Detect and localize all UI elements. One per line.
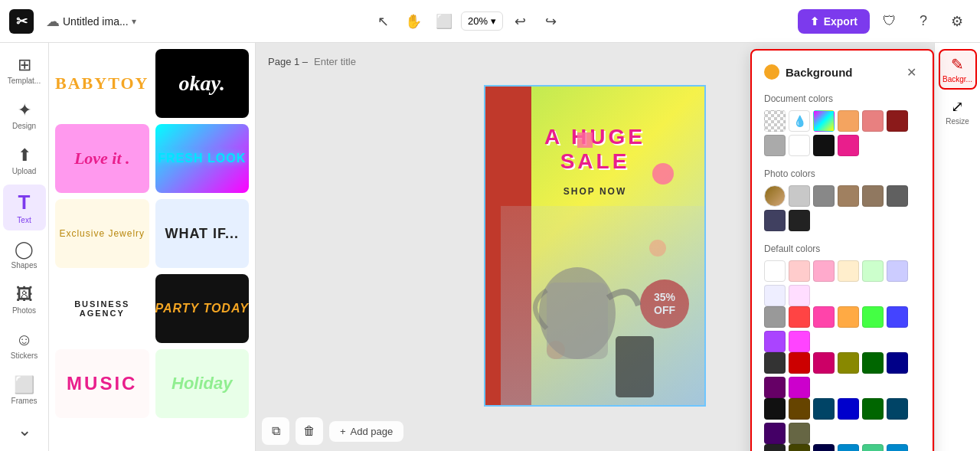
- default-color-swatch[interactable]: [862, 444, 884, 451]
- photo-color-darkblue[interactable]: [764, 210, 786, 231]
- default-color-swatch[interactable]: [862, 352, 884, 374]
- default-color-swatch[interactable]: [838, 260, 859, 282]
- default-color-swatch[interactable]: [813, 444, 835, 451]
- template-babytoy[interactable]: BABYTOY: [55, 49, 149, 118]
- default-color-swatch[interactable]: [789, 260, 810, 282]
- default-color-swatch[interactable]: [862, 260, 884, 282]
- sidebar-item-templates[interactable]: ⊞ Templat...: [3, 49, 46, 91]
- color-rainbow[interactable]: [813, 110, 835, 132]
- photo-color-darkgray[interactable]: [887, 185, 908, 207]
- app-logo[interactable]: ✂: [9, 9, 34, 34]
- default-color-swatch[interactable]: [789, 306, 810, 328]
- sidebar-item-frames[interactable]: ⬜ Frames: [3, 369, 46, 411]
- pointer-tool-button[interactable]: ↖: [369, 8, 397, 35]
- export-button[interactable]: ⬆ Export: [798, 9, 870, 34]
- default-color-swatch[interactable]: [887, 306, 908, 328]
- default-color-swatch[interactable]: [764, 444, 786, 451]
- hand-tool-button[interactable]: ✋: [400, 8, 427, 35]
- photo-color-lightgray[interactable]: [789, 185, 810, 207]
- photo-color-tan[interactable]: [838, 185, 859, 207]
- color-gray[interactable]: [764, 135, 786, 156]
- default-color-swatch[interactable]: [813, 398, 835, 420]
- duplicate-page-button[interactable]: ⧉: [262, 417, 289, 445]
- photo-color-nearblack[interactable]: [789, 210, 810, 231]
- settings-button[interactable]: ⚙: [943, 8, 971, 35]
- default-color-swatch[interactable]: [764, 352, 786, 374]
- photo-thumbnail[interactable]: [764, 185, 786, 207]
- shapes-icon: ◯: [15, 240, 34, 260]
- default-color-swatch[interactable]: [887, 260, 908, 282]
- file-section: ☁ Untitled ima... ▾: [46, 13, 136, 30]
- default-color-swatch[interactable]: [862, 306, 884, 328]
- default-color-swatch[interactable]: [813, 260, 835, 282]
- default-color-swatch[interactable]: [789, 352, 810, 374]
- sidebar-item-shapes[interactable]: ◯ Shapes: [3, 234, 46, 276]
- redo-button[interactable]: ↪: [537, 8, 564, 35]
- default-color-swatch[interactable]: [764, 260, 786, 282]
- color-black[interactable]: [813, 135, 835, 156]
- default-color-swatch[interactable]: [813, 352, 835, 374]
- color-salmon[interactable]: [838, 110, 859, 132]
- template-okay[interactable]: okay.: [155, 49, 250, 118]
- toolbar-right-tools: ⬆ Export 🛡 ? ⚙: [798, 8, 971, 35]
- photo-color-gray[interactable]: [813, 185, 835, 207]
- template-loveit[interactable]: Love it .: [55, 124, 149, 193]
- default-color-swatch[interactable]: [838, 352, 859, 374]
- default-color-swatch[interactable]: [789, 377, 810, 398]
- canvas-sale-text: A HUGE SALE: [518, 125, 671, 174]
- template-holiday[interactable]: Holiday: [155, 349, 250, 418]
- panel-color-dot: [764, 64, 779, 80]
- default-color-swatch[interactable]: [789, 285, 810, 306]
- panel-close-button[interactable]: ✕: [902, 63, 920, 81]
- sidebar-item-more[interactable]: ⌄: [3, 414, 46, 446]
- default-color-swatch[interactable]: [789, 423, 810, 444]
- template-music[interactable]: MUSIC: [55, 349, 149, 418]
- default-color-swatch[interactable]: [764, 306, 786, 328]
- color-eyedropper[interactable]: 💧: [789, 110, 810, 132]
- sidebar-item-design[interactable]: ✦ Design: [3, 94, 46, 136]
- sidebar-item-photos[interactable]: 🖼 Photos: [3, 279, 46, 321]
- default-color-swatch[interactable]: [764, 331, 786, 352]
- template-party-today[interactable]: PARTY TODAY: [155, 274, 250, 343]
- sidebar-item-upload[interactable]: ⬆ Upload: [3, 139, 46, 181]
- template-whatif[interactable]: WHAT IF...: [155, 199, 250, 268]
- color-darkred[interactable]: [887, 110, 908, 132]
- undo-button[interactable]: ↩: [506, 8, 534, 35]
- default-color-swatch[interactable]: [862, 398, 884, 420]
- delete-page-button[interactable]: 🗑: [296, 417, 323, 445]
- default-color-swatch[interactable]: [764, 398, 786, 420]
- default-color-swatch[interactable]: [813, 306, 835, 328]
- page-title-input[interactable]: [314, 56, 443, 67]
- default-color-swatch[interactable]: [887, 352, 908, 374]
- design-canvas[interactable]: A HUGE SALE SHOP NOW 35% OFF: [484, 85, 706, 407]
- shield-icon-button[interactable]: 🛡: [876, 8, 903, 35]
- right-icon-background[interactable]: ✎ Backgr...: [939, 49, 977, 90]
- template-business-agency[interactable]: BUSINESS AGENCY: [55, 274, 149, 343]
- frame-tool-button[interactable]: ⬜: [430, 8, 458, 35]
- sidebar-item-text[interactable]: T Text: [3, 185, 46, 230]
- default-color-swatch[interactable]: [764, 423, 786, 444]
- sidebar-item-stickers[interactable]: ☺ Stickers: [3, 324, 46, 366]
- photo-color-khaki[interactable]: [862, 185, 884, 207]
- default-color-swatch[interactable]: [789, 331, 810, 352]
- color-transparent[interactable]: [764, 110, 786, 132]
- default-color-swatch[interactable]: [887, 444, 908, 451]
- color-white[interactable]: [789, 135, 810, 156]
- add-page-button[interactable]: + Add page: [329, 421, 403, 442]
- default-color-swatch[interactable]: [789, 398, 810, 420]
- default-color-swatch[interactable]: [838, 398, 859, 420]
- zoom-selector[interactable]: 20% ▾: [461, 11, 503, 31]
- right-icon-resize[interactable]: ⤢ Resize: [939, 93, 977, 130]
- default-color-swatch[interactable]: [838, 306, 859, 328]
- default-color-swatch[interactable]: [838, 444, 859, 451]
- default-color-swatch[interactable]: [764, 285, 786, 306]
- template-freshlook[interactable]: FRESH LOOK: [155, 124, 250, 193]
- chevron-down-icon[interactable]: ▾: [132, 16, 136, 27]
- default-color-swatch[interactable]: [789, 444, 810, 451]
- default-color-swatch[interactable]: [764, 377, 786, 398]
- help-button[interactable]: ?: [910, 8, 937, 35]
- color-pink[interactable]: [838, 135, 859, 156]
- default-color-swatch[interactable]: [887, 398, 908, 420]
- template-exclusive-jewelry[interactable]: Exclusive Jewelry: [55, 199, 149, 268]
- color-lightred[interactable]: [862, 110, 884, 132]
